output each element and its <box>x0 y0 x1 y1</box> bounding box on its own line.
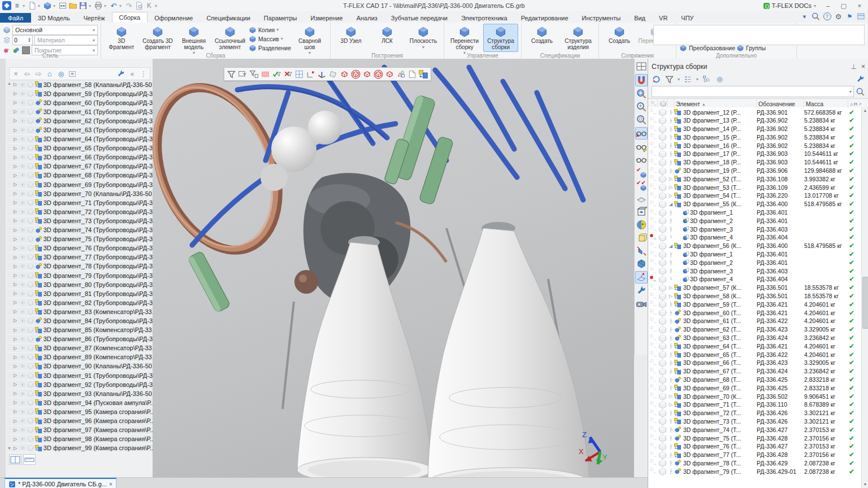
structure-row[interactable]: ▷3D фрагмент_58 (К...РД-336.50118.553578… <box>648 291 862 300</box>
body-cube-icon[interactable] <box>27 417 34 424</box>
display-options-icon[interactable] <box>683 75 693 84</box>
body-cube-icon[interactable] <box>27 372 34 379</box>
visibility-eye-icon[interactable] <box>19 209 26 215</box>
tree-item[interactable]: ▷3D фрагмент_67 (Трубопроводы\РД-3... <box>7 162 153 171</box>
new-3d-document-icon[interactable] <box>43 1 52 10</box>
expand-icon[interactable]: ▷ <box>14 164 18 169</box>
tree-item[interactable]: ▷3D фрагмент_63 (Трубопроводы\РД-3... <box>7 125 153 134</box>
level-stepper[interactable]: 0▲▼ <box>12 35 33 45</box>
normal-to-icon[interactable] <box>636 245 647 256</box>
body-cube-icon[interactable] <box>27 199 34 206</box>
tree-item[interactable]: ▷3D фрагмент_98 (Камера сгорания\Р... <box>7 435 153 444</box>
body-cube-icon[interactable] <box>27 317 34 324</box>
body-cube-icon[interactable] <box>27 263 34 269</box>
ribbon-button-плоскость[interactable]: Плоскость▾ <box>406 24 441 52</box>
undo-icon[interactable]: ↶ <box>109 1 118 10</box>
tree-item[interactable]: ▷3D фрагмент_70 (Клапаны\РД-336-50... <box>7 189 153 198</box>
structure-row[interactable]: ├3D фрагмент_74 (Т...РД-336.4272.370153 … <box>648 425 862 433</box>
tree-item[interactable]: ▷3D фрагмент_75 (Трубопроводы\РД-3... <box>7 235 153 244</box>
ribbon-button-копия[interactable]: Копия▾ <box>249 25 291 34</box>
body-cube-icon[interactable] <box>27 208 34 215</box>
structure-row[interactable]: ├3D фрагмент_1РД-336.401✔ <box>648 250 862 258</box>
tree-item[interactable]: ▷3D фрагмент_60 (Трубопроводы\РД-3... <box>7 98 153 107</box>
expand-icon[interactable]: ▷ <box>14 409 18 414</box>
visibility-eye-icon[interactable] <box>19 182 26 188</box>
body-cube-icon[interactable] <box>27 445 34 451</box>
body-cube-icon[interactable] <box>27 226 34 233</box>
tflex-docs-button[interactable]: T-FLEX DOCs ▾ <box>760 2 819 9</box>
magnet-icon[interactable] <box>635 74 648 86</box>
expand-icon[interactable]: ▷ <box>14 318 18 323</box>
visibility-eye-icon[interactable] <box>19 191 26 197</box>
expand-icon[interactable]: ▷ <box>14 346 18 351</box>
structure-row[interactable]: ├3D фрагмент_59 (Т...РД-336.4214.204601 … <box>648 299 862 308</box>
tree-item[interactable]: ▷3D фрагмент_64 (Трубопроводы\РД-3... <box>7 135 153 144</box>
visibility-eye-icon[interactable] <box>19 163 26 169</box>
document-properties-icon[interactable] <box>134 1 144 10</box>
scrollbar-thumb[interactable] <box>862 277 868 329</box>
visibility-eye-icon[interactable] <box>19 291 26 297</box>
isometry-icon[interactable] <box>636 258 647 269</box>
close-icon[interactable]: × <box>11 69 20 79</box>
visibility-eye-icon[interactable] <box>19 427 26 433</box>
expand-icon[interactable]: ▷ <box>14 209 18 214</box>
sel-shapes-icon[interactable] <box>396 69 406 79</box>
structure-row[interactable]: ├3D фрагмент_17 (Р...РД-336.90310.544611… <box>648 149 862 158</box>
tree-item[interactable]: ▷3D фрагмент_72 (Трубопроводы\РД-3... <box>7 207 153 216</box>
tab-оформление[interactable]: Оформление <box>147 13 199 23</box>
window-layout-icon[interactable] <box>856 12 866 21</box>
structure-scrollbar[interactable]: ▲ ▼ <box>861 107 868 488</box>
tree-item[interactable]: ▷3D фрагмент_96 (Камера сгорания\Р... <box>7 416 153 425</box>
structure-row[interactable]: ▷3D фрагмент_71 (Т...РД-336.1108.678389 … <box>648 400 862 408</box>
tree-item[interactable]: ▷3D фрагмент_86 (Трубопроводы\РД-3... <box>7 335 153 344</box>
expand-icon[interactable]: ▷ <box>14 91 18 96</box>
visibility-eye-icon[interactable] <box>19 109 26 115</box>
expand-icon[interactable]: ▷ <box>14 146 18 151</box>
filter-element-icon[interactable] <box>249 69 259 79</box>
structure-row[interactable]: ▷3D фрагмент_53 (Т...РД-336.1092.436599 … <box>648 182 862 191</box>
tab-спецификации[interactable]: Спецификации <box>199 13 257 23</box>
home-icon[interactable]: ⌂ <box>45 69 54 79</box>
search-icon[interactable] <box>811 12 821 21</box>
columns-view-button[interactable] <box>9 454 21 465</box>
expand-icon[interactable]: ▷ <box>14 128 18 133</box>
expand-icon[interactable]: ▷ <box>14 309 18 314</box>
expand-icon[interactable]: ▷ <box>14 382 18 387</box>
tools-icon[interactable] <box>858 101 862 108</box>
warning-icon[interactable] <box>850 101 853 108</box>
zoom-extents-icon[interactable] <box>636 101 647 112</box>
workplane-icon[interactable] <box>294 69 304 79</box>
tab-vr[interactable]: VR <box>652 13 674 23</box>
filter-window-icon[interactable] <box>238 69 248 79</box>
ribbon-button-разделение[interactable]: Разделение <box>249 43 291 52</box>
expand-icon[interactable]: ▷ <box>14 191 18 196</box>
tree-scroll-up-icon[interactable]: ▲ <box>7 81 11 85</box>
sel-body-circle-icon[interactable] <box>374 69 383 79</box>
collapse-icon[interactable]: « <box>128 69 137 79</box>
tab-инструменты[interactable]: Инструменты <box>575 13 628 23</box>
expand-icon[interactable]: ▷ <box>667 285 674 290</box>
body-cube-icon[interactable] <box>27 308 34 315</box>
tree-item[interactable]: ▷3D фрагмент_66 (Трубопроводы\РД-3... <box>7 153 153 162</box>
visibility-eye-icon[interactable] <box>19 200 26 206</box>
visibility-eye-icon[interactable] <box>19 363 26 369</box>
body-cube-icon[interactable] <box>27 326 34 333</box>
ribbon-button-структура-изделия[interactable]: Структура изделия <box>561 24 596 52</box>
tree-item[interactable]: ▷3D фрагмент_62 (Трубопроводы\РД-3... <box>7 116 153 125</box>
pin-icon[interactable]: ⊥ <box>851 63 857 71</box>
expand-icon[interactable]: ▷ <box>667 294 674 299</box>
visibility-eye-icon[interactable] <box>19 282 26 287</box>
caret-down-icon[interactable]: ▾ <box>38 3 42 8</box>
projection-icon[interactable] <box>635 271 648 284</box>
structure-row[interactable]: ├3D фрагмент_2РД-336.401✔ <box>648 216 862 224</box>
ribbon-button-перенести-сборку[interactable]: Перенести сборку▾ <box>447 24 482 57</box>
tab-измерение[interactable]: Измерение <box>304 13 350 23</box>
redo-icon[interactable]: ↷ <box>124 1 133 10</box>
body-cube-icon[interactable] <box>27 108 34 115</box>
body-cube-icon[interactable] <box>27 245 34 251</box>
back-icon[interactable]: ⇦ <box>23 69 32 79</box>
structure-row[interactable]: ├3D фрагмент_64 (Т...РД-336.4214.204601 … <box>648 341 862 350</box>
expand-icon[interactable]: ▷ <box>14 109 18 114</box>
visibility-eye-icon[interactable] <box>19 100 26 106</box>
structure-row[interactable]: ├3D фрагмент_16 (Р...РД-336.9025.238834 … <box>648 141 862 149</box>
